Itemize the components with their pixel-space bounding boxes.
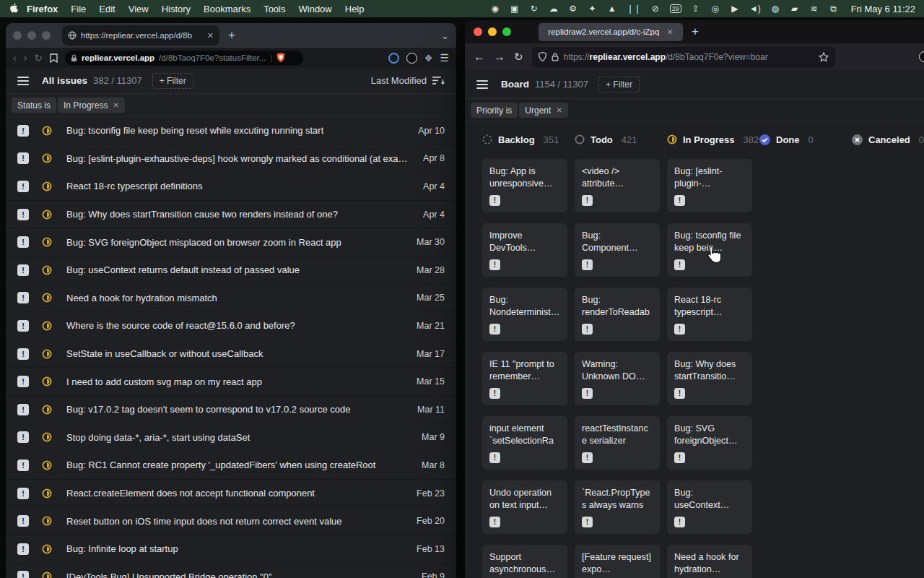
battery-charging-icon[interactable]: ▰ <box>790 4 800 14</box>
kanban-card[interactable]: Support asynchronous… <box>482 545 567 578</box>
kanban-card[interactable]: Warning: Unknown DO… <box>575 352 660 405</box>
browser-tab[interactable]: replidraw2.vercel.app/d/c-iZpq ✕ <box>539 23 683 41</box>
camera-icon[interactable]: ▣ <box>510 4 520 14</box>
issue-row[interactable]: Bug: [eslint-plugin-exhaustive-deps] hoo… <box>6 145 456 173</box>
issue-row[interactable]: Need a hook for hydration mismatch Mar 2… <box>6 285 456 313</box>
left-traffic-lights[interactable] <box>13 31 51 40</box>
tab-list-chevron-icon[interactable]: ⌄ <box>441 30 449 41</box>
minimize-window-button[interactable] <box>488 27 497 36</box>
status-in-progress-icon[interactable] <box>42 126 52 136</box>
menu-tools[interactable]: Tools <box>263 4 285 14</box>
priority-urgent-icon[interactable] <box>17 125 29 137</box>
new-tab-button[interactable]: + <box>228 28 235 43</box>
brave-shield-icon[interactable] <box>276 53 285 63</box>
volume-icon[interactable]: ◄) <box>749 4 761 14</box>
issue-row[interactable]: I need to add custom svg map on my react… <box>6 368 456 396</box>
status-in-progress-icon[interactable] <box>42 544 52 554</box>
active-app-name[interactable]: Firefox <box>27 4 58 14</box>
status-in-progress-icon[interactable] <box>42 460 52 470</box>
issue-row[interactable]: React.createElement does not accept func… <box>6 480 456 508</box>
add-filter-button[interactable]: + Filter <box>152 73 193 89</box>
menubar-clock[interactable]: Fri May 6 11:22 <box>851 4 915 14</box>
handbrake-icon[interactable]: ↻ <box>529 4 539 14</box>
kanban-card[interactable]: Bug: SVG foreignObject… <box>667 416 752 470</box>
extensions-icon[interactable]: ❖ <box>424 53 433 64</box>
screen-record-icon[interactable]: ◉ <box>490 4 500 14</box>
status-in-progress-icon[interactable] <box>42 571 52 578</box>
apple-menu[interactable] <box>10 4 19 14</box>
status-in-progress-icon[interactable] <box>42 210 52 220</box>
close-window-button[interactable] <box>13 31 22 40</box>
issue-row[interactable]: Stop doing data-*, aria-*, start using d… <box>6 424 456 452</box>
issue-row[interactable]: Where is the source code of react@15.6.0… <box>6 312 456 340</box>
menu-bookmarks[interactable]: Bookmarks <box>204 4 250 14</box>
status-in-progress-icon[interactable] <box>42 488 52 499</box>
issue-row[interactable]: Bug: v17.0.2 tag doesn't seem to corresp… <box>6 396 456 424</box>
priority-urgent-icon[interactable] <box>17 515 29 527</box>
close-window-button[interactable] <box>474 27 482 36</box>
priority-urgent-icon[interactable] <box>17 320 29 332</box>
issue-row[interactable]: Bug: Infinite loop at startup Feb 13 <box>6 535 456 564</box>
priority-urgent-icon[interactable] <box>17 152 29 164</box>
kanban-card[interactable]: Bug: Nondeterminist… <box>482 288 567 341</box>
remove-filter-icon[interactable]: ✕ <box>113 101 118 109</box>
status-in-progress-icon[interactable] <box>42 432 52 442</box>
cloud-icon[interactable]: ☁ <box>549 4 559 14</box>
forward-icon[interactable]: › <box>24 52 27 64</box>
kanban-card[interactable]: Bug: renderToReadab <box>575 288 660 341</box>
kanban-card[interactable]: Need a hook for hydration… <box>667 545 752 578</box>
priority-urgent-icon[interactable] <box>17 543 29 555</box>
tracking-shield-icon[interactable] <box>539 52 546 61</box>
extension-icon[interactable] <box>919 51 924 62</box>
url-bar[interactable]: repliear.vercel.app /d/8bTaoq7F0e?status… <box>65 51 303 66</box>
issue-row[interactable]: Bug: RC1 Cannot create property '_update… <box>6 452 456 480</box>
add-filter-button[interactable]: + Filter <box>598 77 640 92</box>
menu-window[interactable]: Window <box>299 4 332 14</box>
dropbox-icon[interactable]: ✦ <box>588 4 598 14</box>
browser-tab[interactable]: https://repliear.vercel.app/d/8b ✕ <box>62 25 219 46</box>
issue-row[interactable]: SetState in useCallback or without useCa… <box>6 340 456 368</box>
kanban-card[interactable]: `React.PropTypes always warns ab <box>575 480 660 534</box>
issue-row[interactable]: Bug: Why does startTransition cause two … <box>6 201 456 229</box>
menu-edit[interactable]: Edit <box>99 4 115 14</box>
menu-file[interactable]: File <box>71 4 86 14</box>
priority-urgent-icon[interactable] <box>17 348 29 360</box>
menu-view[interactable]: View <box>128 4 149 14</box>
kanban-card[interactable]: Bug: Why does startTransitio… <box>667 352 752 405</box>
status-in-progress-icon[interactable] <box>42 376 52 387</box>
status-in-progress-icon[interactable] <box>42 405 52 415</box>
sidebar-menu-icon[interactable] <box>17 77 29 85</box>
reload-icon[interactable]: ↻ <box>514 51 523 64</box>
back-icon[interactable]: ← <box>474 51 485 64</box>
filter-field-chip[interactable]: Priority is <box>471 103 518 118</box>
status-in-progress-icon[interactable] <box>42 349 52 359</box>
priority-urgent-icon[interactable] <box>17 431 29 443</box>
kanban-card[interactable]: Bug: useContext… <box>667 480 752 534</box>
bookmark-icon[interactable] <box>50 53 58 63</box>
status-in-progress-icon[interactable] <box>42 265 52 275</box>
right-traffic-lights[interactable] <box>474 27 511 36</box>
kanban-card[interactable]: Bug: [eslint-plugin-… <box>667 159 752 212</box>
power-icon[interactable]: ◎ <box>710 4 720 14</box>
browser-menu-icon[interactable]: ☰ <box>440 52 449 64</box>
issue-row[interactable]: React 18-rc typescript definitions Apr 4 <box>6 173 456 201</box>
filter-value-chip[interactable]: Urgent✕ <box>519 103 567 118</box>
menu-history[interactable]: History <box>162 4 191 14</box>
kanban-card[interactable]: IE 11 "prompt to remember… <box>482 352 567 405</box>
profile-extension-icon[interactable] <box>406 53 417 64</box>
kanban-card[interactable]: <video /> attribute… <box>575 159 660 212</box>
kanban-card[interactable]: Bug: tsconfig file keep bein… <box>667 223 752 277</box>
issue-row[interactable]: Bug: useContext returns default instead … <box>6 256 456 285</box>
priority-urgent-icon[interactable] <box>17 488 29 499</box>
kanban-card[interactable]: Improve DevTools… <box>482 223 567 277</box>
priority-urgent-icon[interactable] <box>17 181 29 192</box>
new-tab-button[interactable]: + <box>692 25 699 39</box>
siri-icon[interactable]: ◍ <box>770 4 780 14</box>
wifi-icon[interactable]: ≋ <box>809 4 819 14</box>
issue-row[interactable]: Bug: SVG foreignObject misplaced on brow… <box>6 228 456 256</box>
menu-help[interactable]: Help <box>345 4 365 14</box>
warp-icon[interactable]: ▲ <box>607 4 617 14</box>
filter-field-chip[interactable]: Status is <box>12 98 56 113</box>
sidebar-menu-icon[interactable] <box>476 80 488 89</box>
zoom-window-button[interactable] <box>502 27 511 36</box>
